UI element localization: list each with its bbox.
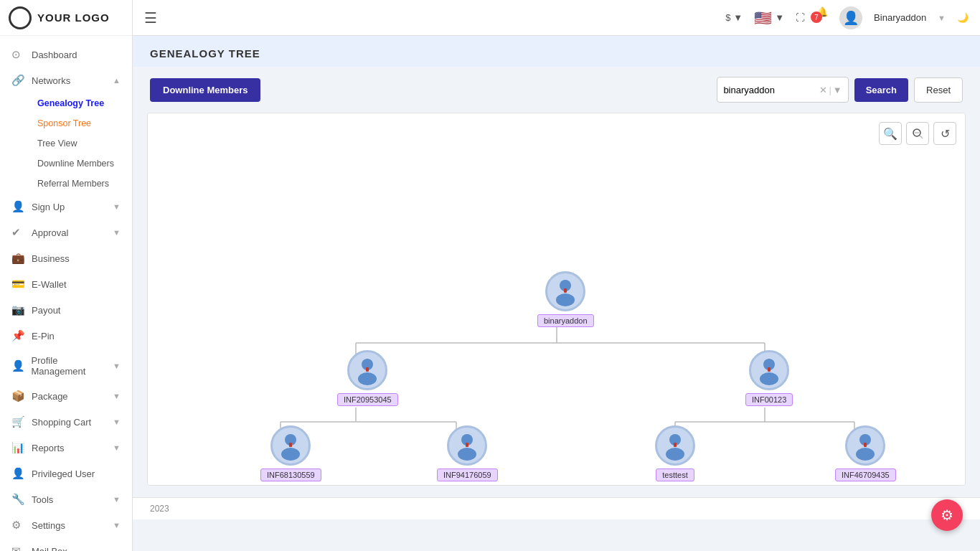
label-INF20953045: INF20953045: [337, 393, 398, 406]
label-testtest: testtest: [656, 468, 694, 481]
fullscreen-icon: ⛶: [796, 12, 805, 23]
chevron-down-icon-7: ▼: [113, 495, 121, 504]
zoom-in-button[interactable]: 🔍: [879, 122, 902, 145]
sidebar-item-tools[interactable]: 🔧 Tools ▼: [0, 486, 132, 512]
avatar-INF20953045: [347, 350, 387, 390]
submenu-sponsor[interactable]: Sponsor Tree: [32, 113, 132, 133]
zoom-controls: 🔍 ↺: [879, 122, 956, 145]
reset-button[interactable]: Reset: [914, 77, 963, 103]
svg-rect-42: [289, 443, 292, 447]
svg-rect-39: [768, 367, 771, 372]
node-INF20953045[interactable]: INF20953045: [337, 350, 398, 406]
sidebar-label-business: Business: [32, 253, 70, 264]
zoom-out-button[interactable]: [906, 122, 929, 145]
search-input[interactable]: [723, 85, 816, 95]
avatar-INF00123: [749, 350, 789, 390]
sidebar-item-shopping[interactable]: 🛒 Shopping Cart ▼: [0, 409, 132, 435]
sidebar-label-tools: Tools: [32, 494, 53, 505]
svg-rect-48: [674, 443, 677, 447]
svg-point-44: [458, 448, 476, 461]
sidebar-item-signup[interactable]: 👤 Sign Up ▼: [0, 194, 132, 220]
sidebar-item-privileged[interactable]: 👤 Privileged User: [0, 461, 132, 486]
node-INF94176059[interactable]: INF94176059: [437, 425, 498, 481]
sidebar-label-dashboard: Dashboard: [32, 50, 77, 60]
language-button[interactable]: 🇺🇸 ▼: [754, 9, 784, 27]
sidebar-label-privileged: Privileged User: [32, 468, 95, 479]
sidebar-label-mailbox: Mail Box: [32, 546, 67, 552]
page-title: GENEALOGY TREE: [150, 47, 260, 60]
node-INF46709435[interactable]: INF46709435: [835, 425, 896, 481]
main-container: ☰ $ ▼ 🇺🇸 ▼ ⛶ 🔔 7 👤 Binaryaddon ▼: [133, 0, 980, 551]
submenu-treeview[interactable]: Tree View: [32, 133, 132, 154]
sidebar-item-reports[interactable]: 📊 Reports ▼: [0, 435, 132, 461]
search-button[interactable]: Search: [854, 78, 908, 102]
topbar: ☰ $ ▼ 🇺🇸 ▼ ⛶ 🔔 7 👤 Binaryaddon ▼: [133, 0, 980, 36]
sidebar-label-reports: Reports: [32, 443, 65, 453]
downline-members-button[interactable]: Downline Members: [150, 78, 260, 102]
sidebar-item-package[interactable]: 📦 Package ▼: [0, 383, 132, 409]
sidebar-item-dashboard[interactable]: ⊙ Dashboard: [0, 42, 132, 67]
node-testtest[interactable]: testtest: [655, 425, 695, 481]
approval-icon: ✔: [11, 226, 26, 239]
sidebar-label-profile: Profile Management: [32, 355, 113, 377]
hamburger-icon[interactable]: ☰: [144, 9, 157, 27]
toolbar: Downline Members ✕ | ▼ Search Reset: [133, 67, 980, 113]
sidebar-label-ewallet: E-Wallet: [32, 279, 67, 290]
avatar: 👤: [839, 6, 862, 29]
label-INF68130559: INF68130559: [260, 468, 321, 481]
package-icon: 📦: [11, 390, 26, 402]
chevron-down-lang: ▼: [775, 12, 784, 23]
chevron-up-icon: ▲: [113, 76, 121, 85]
logo-text: YOUR LOGO: [37, 11, 110, 24]
svg-rect-36: [366, 367, 369, 372]
sidebar-item-approval[interactable]: ✔ Approval ▼: [0, 220, 132, 245]
chevron-down-icon-5: ▼: [113, 418, 121, 426]
networks-submenu: Genealogy Tree Sponsor Tree Tree View Do…: [0, 93, 132, 194]
logo-circle: [9, 6, 32, 29]
currency-button[interactable]: $ ▼: [725, 12, 743, 23]
label-INF94176059: INF94176059: [437, 468, 498, 481]
settings-icon: ⚙: [11, 519, 26, 532]
sidebar-item-networks[interactable]: 🔗 Networks ▲: [0, 67, 132, 93]
sidebar-item-profile[interactable]: 👤 Profile Management ▼: [0, 349, 132, 383]
dropdown-arrow-icon[interactable]: ▼: [833, 85, 842, 95]
label-INF00123: INF00123: [745, 393, 793, 406]
tools-icon: 🔧: [11, 493, 26, 506]
submenu-referral[interactable]: Referral Members: [32, 174, 132, 194]
search-input-wrap: ✕ | ▼: [717, 77, 848, 103]
sidebar-menu: ⊙ Dashboard 🔗 Networks ▲ Genealogy Tree …: [0, 36, 132, 551]
chevron-down-currency: ▼: [733, 12, 743, 23]
fab-gear-button[interactable]: ⚙: [931, 499, 963, 531]
svg-rect-33: [564, 288, 567, 293]
avatar-testtest: [655, 425, 695, 466]
moon-icon: 🌙: [957, 12, 969, 23]
submenu-downline[interactable]: Downline Members: [32, 154, 132, 174]
chevron-down-icon: ▼: [113, 202, 121, 211]
reset-zoom-button[interactable]: ↺: [933, 122, 956, 145]
payout-icon: 📷: [11, 303, 26, 316]
clear-search-icon[interactable]: ✕: [819, 85, 827, 95]
svg-point-41: [281, 448, 300, 461]
sidebar-item-mailbox[interactable]: ✉ Mail Box: [0, 538, 132, 551]
sidebar-item-business[interactable]: 💼 Business: [0, 245, 132, 271]
dark-mode-button[interactable]: 🌙: [957, 12, 969, 23]
avatar-INF46709435: [845, 425, 885, 466]
svg-line-1: [920, 136, 923, 138]
node-INF68130559[interactable]: INF68130559: [260, 425, 321, 481]
epin-icon: 📌: [11, 329, 26, 342]
node-INF00123[interactable]: INF00123: [745, 350, 793, 406]
sidebar-item-payout[interactable]: 📷 Payout: [0, 297, 132, 323]
chevron-down-icon-4: ▼: [113, 392, 121, 400]
avatar-INF94176059: [447, 425, 487, 466]
sidebar-item-ewallet[interactable]: 💳 E-Wallet: [0, 271, 132, 297]
topbar-left: ☰: [144, 9, 157, 27]
sidebar-item-settings[interactable]: ⚙ Settings ▼: [0, 512, 132, 538]
node-binaryaddon[interactable]: binaryaddon: [537, 271, 594, 327]
networks-icon: 🔗: [11, 74, 26, 87]
svg-rect-45: [466, 443, 468, 447]
fullscreen-button[interactable]: ⛶: [796, 12, 805, 23]
user-name[interactable]: Binaryaddon: [874, 12, 926, 23]
submenu-genealogy[interactable]: Genealogy Tree: [32, 93, 132, 113]
sidebar-item-epin[interactable]: 📌 E-Pin: [0, 323, 132, 349]
chevron-down-icon-8: ▼: [113, 521, 121, 529]
